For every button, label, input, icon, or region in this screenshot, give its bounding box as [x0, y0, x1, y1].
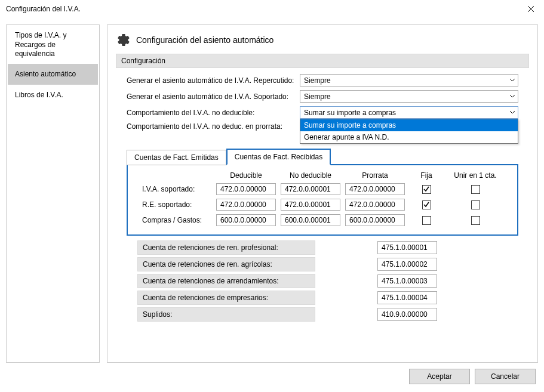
sidebar-item-1[interactable]: Asiento automático	[8, 64, 98, 85]
dropdown-no-deducible[interactable]: Sumar su importe a compras Generar apunt…	[300, 119, 518, 144]
title-bar: Configuración del I.V.A.	[0, 0, 544, 18]
ret-value-1[interactable]: 475.1.0.00002	[377, 258, 437, 271]
checkbox-2-unir[interactable]	[471, 216, 480, 225]
cancel-button[interactable]: Cancelar	[475, 369, 536, 384]
close-button[interactable]	[518, 0, 544, 18]
ret-value-4[interactable]: 410.9.0.00000	[377, 308, 437, 321]
cell-0-deducible[interactable]: 472.0.0.00000	[216, 183, 276, 195]
ret-row-2: Cuenta de retenciones de arrendamientos:…	[127, 274, 518, 288]
row-label-2: Compras / Gastos:	[142, 216, 211, 224]
select-no-deducible[interactable]: Sumar su importe a compras	[300, 106, 518, 119]
gear-icon	[116, 32, 131, 48]
ret-row-0: Cuenta de retenciones de ren. profesiona…	[127, 240, 518, 255]
ret-value-0[interactable]: 475.1.0.00001	[377, 241, 437, 254]
cell-1-nodeducible[interactable]: 472.0.0.00001	[281, 199, 340, 211]
sidebar-item-2[interactable]: Libros de I.V.A.	[8, 85, 98, 106]
dropdown-option-generar[interactable]: Generar apunte a IVA N.D.	[300, 131, 518, 143]
ret-label-1: Cuenta de retenciones de ren. agrícolas:	[137, 257, 315, 271]
checkbox-0-fija-wrap	[410, 185, 443, 194]
sidebar-item-0[interactable]: Tipos de I.V.A. y Recargos de equivalenc…	[8, 26, 98, 64]
label-iva-repercutido: Generar el asiento automático de I.V.A. …	[127, 76, 300, 85]
checkbox-2-fija-wrap	[410, 216, 443, 225]
cell-0-prorrata[interactable]: 472.0.0.00000	[345, 183, 405, 195]
cell-0-nodeducible[interactable]: 472.0.0.00001	[281, 183, 340, 195]
row-label-0: I.V.A. soportado:	[142, 185, 211, 193]
panel-header: Configuración del asiento automático	[116, 32, 529, 48]
panel-heading: Configuración del asiento automático	[136, 35, 273, 45]
label-no-deducible: Comportamiento del I.V.A. no deducible:	[127, 109, 300, 117]
select-iva-soportado[interactable]: Siempre	[300, 90, 518, 103]
checkbox-1-unir[interactable]	[471, 200, 480, 209]
col-header-unir: Unir en 1 cta.	[448, 171, 503, 180]
col-header-deducible: Deducible	[216, 171, 276, 180]
checkbox-1-fija-wrap	[410, 200, 443, 209]
row-label-1: R.E. soportado:	[142, 200, 211, 209]
tab-body-recibidas: DeducibleNo deducibleProrrataFijaUnir en…	[127, 164, 518, 236]
checkbox-0-unir[interactable]	[471, 185, 480, 194]
close-icon	[528, 6, 534, 12]
ret-value-2[interactable]: 475.1.0.00003	[377, 274, 437, 288]
checkbox-2-unir-wrap	[448, 216, 503, 225]
select-iva-repercutido[interactable]: Siempre	[300, 74, 518, 87]
ret-row-3: Cuenta de retenciones de empresarios:475…	[127, 291, 518, 305]
checkbox-0-unir-wrap	[448, 185, 503, 194]
main-panel: Configuración del asiento automático Con…	[107, 24, 538, 363]
cell-2-deducible[interactable]: 600.0.0.00000	[216, 214, 276, 226]
cell-1-deducible[interactable]: 472.0.0.00000	[216, 199, 276, 211]
ret-row-1: Cuenta de retenciones de ren. agrícolas:…	[127, 257, 518, 271]
chevron-down-icon	[508, 76, 517, 85]
ret-label-4: Suplidos:	[137, 307, 315, 322]
ret-row-4: Suplidos:410.9.0.00000	[127, 307, 518, 322]
tab-recibidas[interactable]: Cuentas de Fact. Recibidas	[226, 149, 331, 165]
chevron-down-icon	[508, 92, 517, 101]
checkbox-2-fija[interactable]	[422, 216, 431, 225]
section-title: Configuración	[116, 54, 529, 68]
col-header-fija: Fija	[410, 171, 443, 180]
checkbox-1-unir-wrap	[448, 200, 503, 209]
ret-label-0: Cuenta de retenciones de ren. profesiona…	[137, 240, 315, 255]
dropdown-option-sumar[interactable]: Sumar su importe a compras	[300, 119, 518, 131]
checkbox-0-fija[interactable]	[422, 185, 431, 194]
ret-label-2: Cuenta de retenciones de arrendamientos:	[137, 274, 315, 288]
cell-1-prorrata[interactable]: 472.0.0.00000	[345, 199, 405, 211]
select-iva-repercutido-value: Siempre	[304, 76, 331, 85]
cell-2-prorrata[interactable]: 600.0.0.00000	[345, 214, 405, 226]
select-no-deducible-value: Sumar su importe a compras	[304, 109, 396, 117]
tab-strip: Cuentas de Fact. Emitidas Cuentas de Fac…	[127, 149, 518, 165]
cell-2-nodeducible[interactable]: 600.0.0.00001	[281, 214, 340, 226]
ret-label-3: Cuenta de retenciones de empresarios:	[137, 291, 315, 305]
col-header-nodeducible: No deducible	[281, 171, 340, 180]
accept-button[interactable]: Aceptar	[409, 369, 470, 384]
col-header-prorrata: Prorrata	[345, 171, 405, 180]
tab-emitidas[interactable]: Cuentas de Fact. Emitidas	[127, 150, 226, 165]
window-title: Configuración del I.V.A.	[6, 5, 81, 13]
ret-value-3[interactable]: 475.1.0.00004	[377, 291, 437, 304]
dialog-footer: Aceptar Cancelar	[0, 363, 544, 390]
select-iva-soportado-value: Siempre	[304, 92, 331, 101]
sidebar: Tipos de I.V.A. y Recargos de equivalenc…	[6, 24, 100, 363]
label-no-deducible-prorrata: Comportamiento del I.V.A. no deduc. en p…	[127, 122, 300, 131]
checkbox-1-fija[interactable]	[422, 200, 431, 209]
label-iva-soportado: Generar el asiento automático de I.V.A. …	[127, 92, 300, 101]
chevron-down-icon	[508, 109, 517, 117]
